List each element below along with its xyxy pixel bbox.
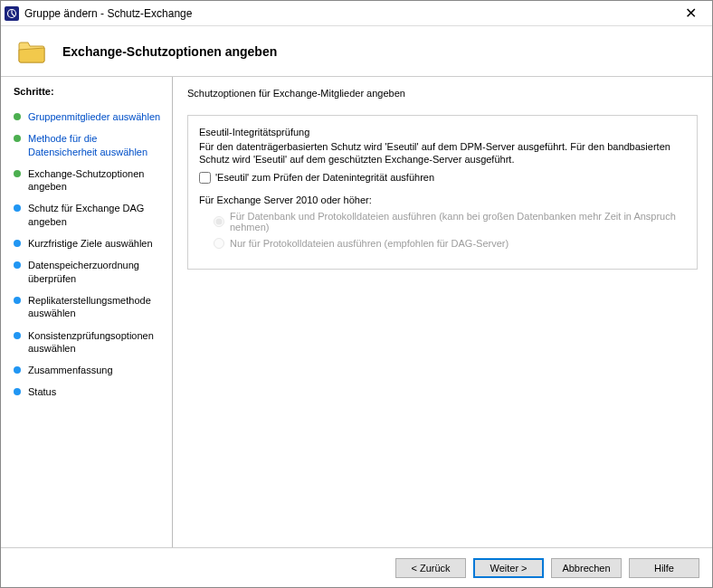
wizard-step[interactable]: Gruppenmitglieder auswählen bbox=[14, 106, 165, 128]
exchange2010-heading: Für Exchange Server 2010 oder höher: bbox=[199, 194, 686, 205]
step-label: Konsistenzprüfungsoptionen auswählen bbox=[28, 329, 165, 356]
step-label: Zusammenfassung bbox=[28, 364, 113, 376]
wizard-step: Konsistenzprüfungsoptionen auswählen bbox=[14, 325, 165, 360]
step-label: Schutz für Exchange DAG angeben bbox=[28, 202, 165, 228]
next-button[interactable]: Weiter > bbox=[473, 558, 544, 578]
titlebar: Gruppe ändern - Schutz-Exchange ✕ bbox=[1, 1, 712, 26]
radio-db-and-log bbox=[214, 216, 224, 227]
wizard-steps-sidebar: Schritte: Gruppenmitglieder auswählenMet… bbox=[1, 77, 173, 547]
step-label: Gruppenmitglieder auswählen bbox=[28, 110, 160, 123]
step-label: Methode für die Datensicherheit auswähle… bbox=[28, 132, 165, 158]
step-bullet-icon bbox=[14, 170, 21, 177]
step-bullet-icon bbox=[14, 388, 21, 395]
wizard-step: Zusammenfassung bbox=[14, 359, 165, 381]
close-button[interactable]: ✕ bbox=[672, 2, 708, 25]
step-bullet-icon bbox=[14, 135, 21, 142]
step-bullet-icon bbox=[14, 332, 21, 339]
wizard-step: Kurzfristige Ziele auswählen bbox=[14, 232, 165, 254]
back-button[interactable]: < Zurück bbox=[395, 558, 466, 578]
main-panel: Schutzoptionen für Exchange-Mitglieder a… bbox=[173, 77, 712, 547]
page-title: Exchange-Schutzoptionen angeben bbox=[62, 44, 277, 59]
eseutil-checkbox-label[interactable]: 'Eseutil' zum Prüfen der Datenintegrität… bbox=[215, 172, 434, 183]
step-bullet-icon bbox=[14, 366, 21, 374]
step-bullet-icon bbox=[14, 261, 21, 269]
radio-db-and-log-label: Für Datenbank und Protokolldateien ausfü… bbox=[230, 211, 686, 232]
radio-log-only bbox=[214, 238, 224, 249]
wizard-step: Schutz für Exchange DAG angeben bbox=[14, 197, 165, 232]
wizard-header: Exchange-Schutzoptionen angeben bbox=[1, 26, 712, 77]
step-label: Status bbox=[28, 385, 56, 398]
wizard-step[interactable]: Methode für die Datensicherheit auswähle… bbox=[14, 128, 165, 163]
eseutil-heading: Eseutil-Integritätsprüfung bbox=[199, 127, 686, 138]
step-label: Kurzfristige Ziele auswählen bbox=[28, 237, 153, 250]
button-bar: < Zurück Weiter > Abbrechen Hilfe bbox=[1, 547, 712, 587]
eseutil-desc: Für den datenträgerbasierten Schutz wird… bbox=[199, 140, 686, 166]
app-icon bbox=[5, 6, 19, 21]
exchange2010-radio-group: Für Datenbank und Protokolldateien ausfü… bbox=[199, 211, 686, 249]
step-label: Replikaterstellungsmethode auswählen bbox=[28, 294, 165, 320]
cancel-button[interactable]: Abbrechen bbox=[551, 558, 622, 578]
wizard-step: Exchange-Schutzoptionen angeben bbox=[14, 163, 165, 198]
step-bullet-icon bbox=[14, 204, 21, 212]
step-label: Exchange-Schutzoptionen angeben bbox=[28, 167, 165, 194]
wizard-step: Datenspeicherzuordnung überprüfen bbox=[14, 254, 165, 289]
step-bullet-icon bbox=[14, 113, 21, 120]
intro-text: Schutzoptionen für Exchange-Mitglieder a… bbox=[187, 88, 698, 99]
step-label: Datenspeicherzuordnung überprüfen bbox=[28, 259, 165, 285]
step-bullet-icon bbox=[14, 297, 21, 304]
help-button[interactable]: Hilfe bbox=[629, 558, 699, 578]
step-bullet-icon bbox=[14, 240, 21, 247]
options-group: Eseutil-Integritätsprüfung Für den daten… bbox=[187, 115, 698, 270]
wizard-step: Status bbox=[14, 381, 165, 403]
radio-log-only-label: Nur für Protokolldateien ausführen (empf… bbox=[230, 238, 509, 249]
eseutil-checkbox[interactable] bbox=[199, 172, 211, 184]
steps-heading: Schritte: bbox=[14, 86, 165, 97]
window-title: Gruppe ändern - Schutz-Exchange bbox=[24, 7, 672, 20]
wizard-step: Replikaterstellungsmethode auswählen bbox=[14, 289, 165, 325]
folder-icon bbox=[17, 39, 46, 64]
